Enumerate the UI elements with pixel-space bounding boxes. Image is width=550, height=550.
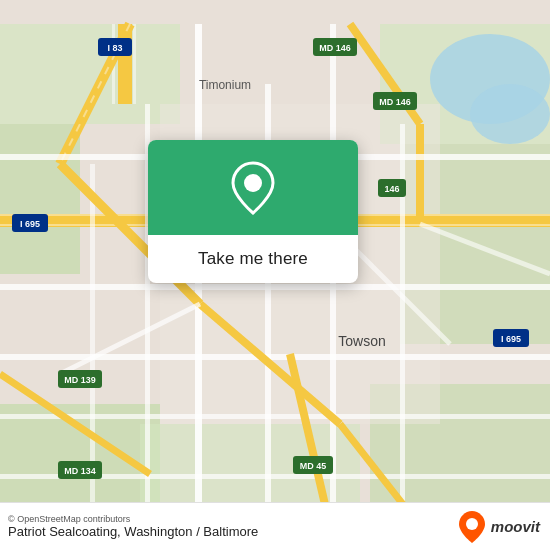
svg-rect-29 <box>0 354 550 360</box>
svg-point-9 <box>470 84 550 144</box>
moovit-icon <box>457 509 487 545</box>
bottom-bar: © OpenStreetMap contributors Patriot Sea… <box>0 502 550 550</box>
popup-card: Take me there <box>148 140 358 283</box>
moovit-logo: moovit <box>457 509 540 545</box>
popup-green-section <box>148 140 358 235</box>
place-name-label: Patriot Sealcoating, Washington / Baltim… <box>8 524 258 539</box>
bottom-left-info: © OpenStreetMap contributors Patriot Sea… <box>8 514 258 539</box>
svg-text:I 695: I 695 <box>20 219 40 229</box>
map-container: I 83 MD 146 MD 146 146 I 695 I 695 MD 13… <box>0 0 550 550</box>
svg-text:MD 139: MD 139 <box>64 375 96 385</box>
osm-attribution: © OpenStreetMap contributors <box>8 514 258 524</box>
svg-rect-30 <box>0 414 550 419</box>
svg-text:MD 45: MD 45 <box>300 461 327 471</box>
svg-text:I 83: I 83 <box>107 43 122 53</box>
svg-text:I 695: I 695 <box>501 334 521 344</box>
svg-point-60 <box>244 174 262 192</box>
svg-text:MD 134: MD 134 <box>64 466 96 476</box>
svg-point-61 <box>466 518 478 530</box>
svg-text:Timonium: Timonium <box>199 78 251 92</box>
svg-text:MD 146: MD 146 <box>319 43 351 53</box>
svg-text:Towson: Towson <box>338 333 385 349</box>
svg-text:146: 146 <box>384 184 399 194</box>
take-me-there-button[interactable]: Take me there <box>198 249 308 269</box>
svg-rect-13 <box>133 24 136 104</box>
popup-button-section[interactable]: Take me there <box>148 235 358 283</box>
location-pin-icon <box>228 159 278 217</box>
svg-text:MD 146: MD 146 <box>379 97 411 107</box>
svg-rect-28 <box>0 284 550 290</box>
moovit-text: moovit <box>491 518 540 535</box>
